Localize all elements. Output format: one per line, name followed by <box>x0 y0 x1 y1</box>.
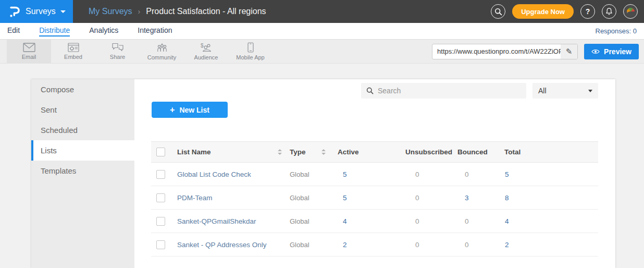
tab-analytics[interactable]: Analytics <box>89 26 118 36</box>
list-name-link[interactable]: Global List Code Check <box>172 163 284 186</box>
sort-icon[interactable] <box>278 149 282 155</box>
col-active: Active <box>333 142 401 163</box>
question-mark-icon: ? <box>586 7 590 16</box>
mobile-app-icon <box>247 42 254 53</box>
breadcrumb-my-surveys[interactable]: My Surveys <box>89 7 132 16</box>
channel-audience[interactable]: $ Audience <box>184 40 228 64</box>
lists-content: All + New List List Name <box>134 79 615 268</box>
list-name-link[interactable]: Sanket - QP Addresses Only <box>172 233 284 257</box>
lists-table: List Name Type Active Unsubscribed <box>151 141 598 257</box>
svg-text:$: $ <box>201 43 204 48</box>
avatar-logo-mark <box>627 8 635 16</box>
search-button[interactable] <box>491 4 505 19</box>
sidebar-item-templates[interactable]: Templates <box>31 161 134 181</box>
survey-url-input[interactable] <box>432 47 561 55</box>
breadcrumb: My Surveys › Product Satisfaction - All … <box>89 7 266 16</box>
sidebar-item-lists[interactable]: Lists <box>31 140 134 161</box>
pencil-icon: ✎ <box>566 47 573 56</box>
unsubscribed-count: 0 <box>415 170 419 178</box>
breadcrumb-separator: › <box>138 7 141 16</box>
sidebar-item-scheduled[interactable]: Scheduled <box>31 120 134 140</box>
sidebar-item-compose[interactable]: Compose <box>31 79 134 100</box>
channel-email[interactable]: Email <box>7 40 51 64</box>
eye-icon <box>591 48 600 55</box>
row-checkbox[interactable] <box>156 193 165 202</box>
col-bounced: Bounced <box>453 142 500 163</box>
distribute-toolbar: Email Embed Share <box>0 40 644 64</box>
col-type[interactable]: Type <box>290 148 306 156</box>
col-total: Total <box>500 142 542 163</box>
active-count-link[interactable]: 4 <box>343 217 347 225</box>
new-list-button[interactable]: + New List <box>152 102 228 118</box>
active-count-link[interactable]: 5 <box>343 194 347 202</box>
channel-list: Email Embed Share <box>7 40 273 64</box>
page-title: Product Satisfaction - All regions <box>146 7 266 16</box>
product-name: Surveys <box>26 7 56 16</box>
table-header-row: List Name Type Active Unsubscribed <box>151 142 598 163</box>
profile-avatar[interactable] <box>623 4 638 19</box>
email-sidebar: Compose Sent Scheduled Lists Templates <box>31 79 134 268</box>
upgrade-now-button[interactable]: Upgrade Now <box>512 4 574 19</box>
active-count-link[interactable]: 2 <box>343 241 347 249</box>
survey-tab-bar: Edit Distribute Analytics Integration Re… <box>0 23 644 40</box>
plus-icon: + <box>170 105 175 115</box>
preview-button[interactable]: Preview <box>584 44 639 59</box>
search-input[interactable] <box>378 87 521 95</box>
col-unsubscribed: Unsubscribed <box>401 142 453 163</box>
table-row: Sanket-QPGmailShekdar Global 4 0 0 4 <box>151 210 598 233</box>
bounced-count: 0 <box>465 217 469 225</box>
list-name-link[interactable]: PDM-Team <box>172 186 284 210</box>
toolbar-right: ✎ Preview <box>432 44 644 59</box>
bounced-count: 0 <box>465 170 469 178</box>
help-button[interactable]: ? <box>580 4 595 19</box>
select-all-checkbox[interactable] <box>156 148 165 156</box>
list-search-box <box>361 83 526 99</box>
audience-icon: $ <box>200 43 213 53</box>
tab-edit[interactable]: Edit <box>7 26 20 36</box>
email-lists-panel: Compose Sent Scheduled Lists Templates A… <box>31 79 615 268</box>
chevron-down-icon <box>588 90 592 92</box>
tab-distribute[interactable]: Distribute <box>39 26 70 36</box>
product-switcher[interactable]: Surveys <box>0 0 73 23</box>
community-icon <box>156 43 168 53</box>
bell-icon <box>605 7 613 16</box>
top-header: Surveys My Surveys › Product Satisfactio… <box>0 0 644 23</box>
edit-url-button[interactable]: ✎ <box>561 44 577 59</box>
total-count-link[interactable]: 5 <box>505 170 509 178</box>
col-list-name[interactable]: List Name <box>177 148 211 156</box>
unsubscribed-count: 0 <box>415 241 419 249</box>
total-count-link[interactable]: 8 <box>505 194 509 202</box>
tab-integration[interactable]: Integration <box>138 26 172 36</box>
channel-embed[interactable]: Embed <box>51 40 95 64</box>
bounced-count: 0 <box>465 241 469 249</box>
unsubscribed-count: 0 <box>415 194 419 202</box>
search-icon <box>494 8 502 16</box>
sidebar-item-sent[interactable]: Sent <box>31 100 134 120</box>
sort-icon[interactable] <box>321 149 326 155</box>
active-count-link[interactable]: 5 <box>343 170 347 178</box>
channel-community[interactable]: Community <box>140 40 184 64</box>
survey-url-box: ✎ <box>432 44 578 59</box>
chevron-down-icon <box>60 10 66 13</box>
row-checkbox[interactable] <box>156 240 165 249</box>
list-name-link[interactable]: Sanket-QPGmailShekdar <box>172 210 284 233</box>
questionpro-logo-icon <box>8 5 20 19</box>
bounced-count-link[interactable]: 3 <box>465 194 469 202</box>
search-icon <box>366 87 374 94</box>
table-row: Global List Code Check Global 5 0 0 5 <box>151 163 598 186</box>
embed-icon <box>68 43 79 52</box>
email-icon <box>23 43 35 52</box>
channel-mobile-app[interactable]: Mobile App <box>228 40 273 64</box>
row-checkbox[interactable] <box>156 217 165 226</box>
table-row: Sanket - QP Addresses Only Global 2 0 0 … <box>151 233 598 257</box>
responses-count[interactable]: Responses: 0 <box>596 27 637 35</box>
channel-share[interactable]: Share <box>95 40 140 64</box>
total-count-link[interactable]: 4 <box>505 217 509 225</box>
header-actions: Upgrade Now ? <box>491 4 644 19</box>
notifications-button[interactable] <box>602 4 616 19</box>
list-filter-dropdown[interactable]: All <box>532 83 598 99</box>
unsubscribed-count: 0 <box>415 217 419 225</box>
share-icon <box>112 43 124 52</box>
row-checkbox[interactable] <box>156 170 165 179</box>
total-count-link[interactable]: 2 <box>505 241 509 249</box>
